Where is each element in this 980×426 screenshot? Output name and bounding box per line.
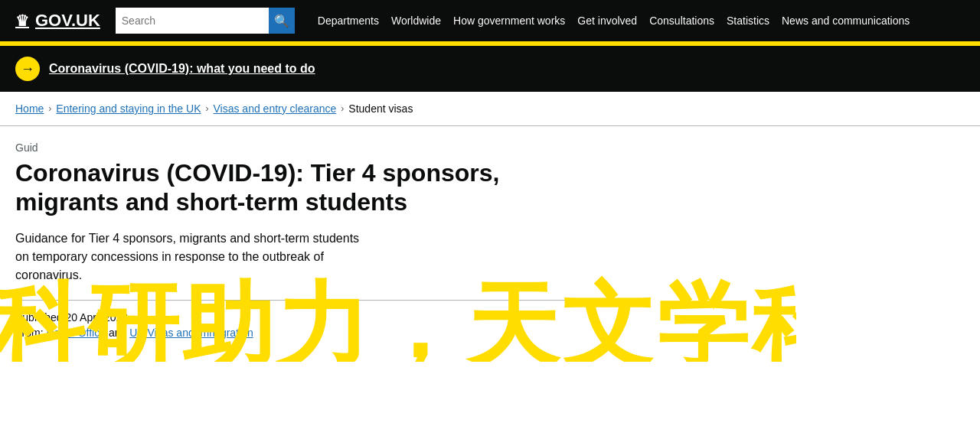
gov-uk-logo[interactable]: ♛ GOV.UK <box>15 11 100 31</box>
gov-uk-text: GOV.UK <box>35 11 100 31</box>
breadcrumb-current: Student visas <box>348 102 413 115</box>
nav-get-involved[interactable]: Get involved <box>577 15 637 27</box>
crown-icon: ♛ <box>15 11 29 30</box>
main-content: 科研助力，天文学科研 Guid Coronavirus (COVID-19): … <box>0 126 796 362</box>
from-label: From: <box>15 327 44 339</box>
site-header: ♛ GOV.UK 🔍 Departments Worldwide How gov… <box>0 0 980 41</box>
nav-consultations[interactable]: Consultations <box>649 15 714 27</box>
main-nav: Departments Worldwide How government wor… <box>318 15 910 27</box>
page-description: Guidance for Tier 4 sponsors, migrants a… <box>15 229 368 285</box>
content-divider <box>15 300 628 301</box>
search-input[interactable] <box>116 8 269 34</box>
nav-how-government-works[interactable]: How government works <box>453 15 565 27</box>
nav-worldwide[interactable]: Worldwide <box>391 15 441 27</box>
breadcrumb-entering-staying[interactable]: Entering and staying in the UK <box>56 102 201 115</box>
home-office-link[interactable]: Home Office <box>46 327 106 339</box>
breadcrumb-separator-2: › <box>205 103 208 114</box>
covid-banner: → Coronavirus (COVID-19): what you need … <box>0 46 980 92</box>
breadcrumb-separator-3: › <box>341 103 344 114</box>
covid-arrow-icon: → <box>15 57 40 81</box>
breadcrumb-home[interactable]: Home <box>15 102 44 115</box>
from-separator: and <box>109 327 129 339</box>
nav-departments[interactable]: Departments <box>318 15 379 27</box>
breadcrumb-visas-entry[interactable]: Visas and entry clearance <box>213 102 336 115</box>
search-button[interactable]: 🔍 <box>269 8 295 34</box>
nav-statistics[interactable]: Statistics <box>727 15 769 27</box>
breadcrumb: Home › Entering and staying in the UK › … <box>0 92 980 126</box>
search-icon: 🔍 <box>274 14 289 28</box>
search-form: 🔍 <box>116 8 295 34</box>
breadcrumb-separator-1: › <box>48 103 51 114</box>
covid-banner-link[interactable]: Coronavirus (COVID-19): what you need to… <box>49 62 315 76</box>
published-date: Published 20 April 2020 <box>15 311 781 324</box>
page-title: Coronavirus (COVID-19): Tier 4 sponsors,… <box>15 158 551 217</box>
uk-visas-immigration-link[interactable]: UK Visas and Immigration <box>129 327 253 339</box>
nav-news-communications[interactable]: News and communications <box>782 15 910 27</box>
guide-label: Guid <box>15 141 781 154</box>
from-info: From: Home Office and UK Visas and Immig… <box>15 327 781 339</box>
